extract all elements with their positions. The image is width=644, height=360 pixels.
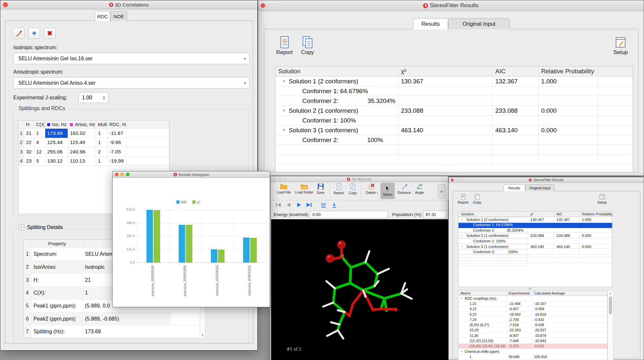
table-row[interactable]: ▼Solution 1 (2 conformers)130.367132.367…	[459, 217, 612, 223]
cell[interactable]	[127, 147, 169, 157]
solution-cell[interactable]: Conformer 2:35.3204%	[276, 96, 398, 106]
cell[interactable]: Peak1 (ppm,ppm):	[32, 300, 83, 313]
cell[interactable]: 240.96	[68, 147, 96, 157]
value-cell[interactable]	[579, 250, 612, 254]
cell[interactable]: 125.44	[45, 138, 68, 148]
table-row[interactable]: 7,24-2.700-0.432	[459, 317, 607, 322]
molecule-viewport[interactable]: #1 of 2	[271, 219, 448, 360]
bar-aic[interactable]	[146, 210, 153, 263]
population-input[interactable]: 97.31	[423, 211, 447, 218]
cell[interactable]: 115.48	[68, 138, 96, 148]
anisotropic-select[interactable]: SELU Artemisinin Gel Aniso.4.ser ▾	[13, 77, 250, 89]
cell[interactable]: -20.537	[532, 328, 608, 333]
spinner-arrows[interactable]: ▲ ▼	[103, 95, 105, 100]
cell[interactable]	[127, 129, 169, 138]
cell[interactable]: 23	[24, 157, 34, 166]
select-button[interactable]: Select	[380, 183, 395, 199]
cell[interactable]: 173.69	[83, 325, 171, 338]
column-header[interactable]: Relative Probability	[539, 66, 598, 77]
cell[interactable]: Peak2 (ppm,ppm):	[32, 312, 83, 325]
column-header[interactable]: Property	[32, 240, 83, 248]
cell[interactable]: -7.05	[107, 147, 127, 157]
table-row[interactable]: Conformer 1: 64.6796%	[276, 86, 633, 96]
disclosure-triangle-icon[interactable]: ▼	[282, 128, 285, 132]
cell[interactable]: 1	[96, 157, 107, 166]
value-cell[interactable]	[539, 86, 598, 96]
value-cell[interactable]: 463.140	[493, 125, 539, 135]
bar-chi2[interactable]	[250, 238, 257, 263]
column-header[interactable]: RDC, Hz	[107, 121, 127, 129]
table-row[interactable]: 11,30-8.007-10.879	[459, 333, 607, 338]
group-row[interactable]: ▼RDC couplings (Hz)	[459, 296, 607, 301]
titlebar[interactable]: 3D Correlations	[0, 0, 257, 9]
value-cell[interactable]	[539, 135, 598, 145]
value-cell[interactable]: 130.367	[528, 217, 554, 222]
legend-item[interactable]: χ²	[192, 200, 200, 204]
prev-frame-button[interactable]	[285, 202, 292, 209]
table-row[interactable]: Conformer 1: 64.6796%	[459, 223, 612, 228]
table-row[interactable]: Conformer 2:35.3204%	[276, 96, 633, 106]
report-button[interactable]: Report	[274, 36, 295, 56]
cell[interactable]: 100.910	[532, 354, 608, 359]
zoom-button[interactable]	[283, 178, 287, 181]
value-cell[interactable]	[579, 223, 612, 227]
close-button[interactable]	[115, 173, 118, 176]
bar-aic[interactable]	[211, 249, 217, 263]
solution-cell[interactable]: ▼Solution 1 (2 conformers)	[276, 77, 398, 86]
cell[interactable]: 2	[96, 147, 107, 157]
cell[interactable]: -9.957	[507, 307, 532, 312]
value-cell[interactable]: 1.000	[539, 77, 598, 86]
splitter-handle[interactable]	[528, 288, 532, 289]
value-cell[interactable]	[579, 228, 612, 233]
group-label-cell[interactable]: ▼RDC couplings (Hz)	[459, 296, 507, 301]
bar-chi2[interactable]	[186, 225, 192, 263]
report-button[interactable]: Report	[455, 194, 471, 204]
column-header[interactable]: χ²	[398, 66, 493, 77]
solution-cell[interactable]: ▼Solution 2 (1 conformers)	[276, 106, 398, 116]
bar-chi2[interactable]	[154, 210, 160, 263]
minimize-button[interactable]	[278, 178, 281, 181]
atoms-table[interactable]: AtomsExperimentalCalculated Average▼RDC …	[458, 290, 608, 360]
value-cell[interactable]	[528, 250, 554, 254]
cell[interactable]: 2	[19, 138, 24, 148]
cell[interactable]: 110.13	[68, 157, 96, 166]
value-cell[interactable]	[598, 96, 633, 106]
tab-original-input[interactable]: Original Input	[448, 18, 510, 29]
cell[interactable]: (8,26) (8,27)	[459, 322, 507, 327]
cell[interactable]: 3	[19, 147, 24, 157]
load-folder-button[interactable]: Load Folder	[294, 183, 315, 194]
cell[interactable]: -19.99	[107, 157, 127, 166]
value-cell[interactable]	[398, 116, 493, 125]
table-row[interactable]: Conformer 2:100%	[276, 135, 633, 145]
solution-cell[interactable]: Conformer 2:100%	[276, 135, 398, 145]
cell[interactable]: 7,24	[459, 317, 507, 322]
cell[interactable]: -2.700	[507, 317, 532, 322]
table-row[interactable]: 5,23-19.992-19.818	[459, 312, 607, 317]
solution-cell[interactable]: Conformer 2:100%	[459, 250, 528, 254]
minimize-button[interactable]	[455, 179, 458, 181]
disclosure-triangle-icon[interactable]: ▼	[282, 79, 285, 83]
cell[interactable]: 32	[24, 147, 34, 157]
group-row[interactable]: ▼Chemical shifts (ppm)	[459, 349, 607, 354]
column-header[interactable]	[127, 121, 169, 129]
isotropic-select[interactable]: SELU Artemisinin Gel Iso.16.ser ▾	[13, 53, 250, 64]
spin-down-icon[interactable]: ▼	[103, 98, 105, 100]
cell[interactable]: 1	[96, 129, 107, 138]
column-header[interactable]	[598, 66, 633, 77]
solution-cell[interactable]: Conformer 1: 100%	[276, 116, 398, 125]
value-cell[interactable]: 0.000	[579, 244, 612, 249]
cell[interactable]: -7.049	[507, 338, 532, 343]
cell[interactable]: 5,23	[459, 312, 507, 317]
cell[interactable]: (18,40) (18,41) (18,42)	[459, 344, 507, 349]
copy-button[interactable]: Copy	[297, 36, 318, 56]
cell[interactable]	[127, 157, 169, 166]
cell[interactable]: -11.668	[507, 301, 532, 306]
column-header[interactable]: AIC	[493, 66, 539, 77]
table-row[interactable]: 193.686100.910	[459, 354, 607, 359]
value-cell[interactable]	[493, 96, 539, 106]
value-cell[interactable]	[554, 223, 579, 227]
cell[interactable]: 1,21	[459, 301, 507, 306]
cell[interactable]	[127, 138, 169, 148]
value-cell[interactable]	[398, 86, 493, 96]
table-row[interactable]: Conformer 2:35.3204%	[459, 228, 612, 234]
